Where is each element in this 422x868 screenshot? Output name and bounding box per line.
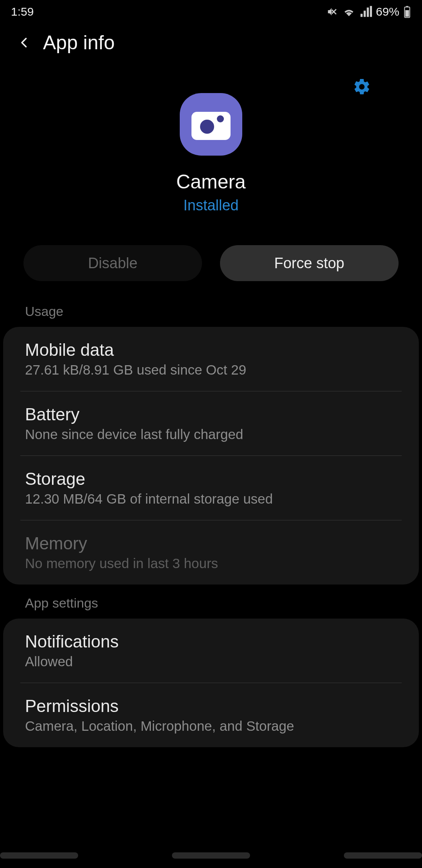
nav-home[interactable]	[172, 852, 250, 859]
chevron-left-icon	[17, 36, 31, 50]
usage-card: Mobile data 27.61 kB/8.91 GB used since …	[3, 327, 419, 585]
action-row: Disable Force stop	[0, 230, 422, 293]
app-settings-card: Notifications Allowed Permissions Camera…	[3, 619, 419, 747]
row-title: Mobile data	[25, 340, 397, 360]
app-hero: Camera Installed	[0, 70, 422, 230]
disable-label: Disable	[88, 255, 138, 272]
nav-back[interactable]	[344, 852, 422, 859]
back-button[interactable]	[16, 34, 33, 51]
signal-icon	[359, 5, 372, 18]
wifi-icon	[342, 5, 356, 18]
force-stop-button[interactable]: Force stop	[220, 245, 399, 281]
battery-icon	[403, 5, 411, 18]
section-label-app-settings: App settings	[0, 585, 422, 619]
force-stop-label: Force stop	[274, 255, 345, 272]
row-sub: 12.30 MB/64 GB of internal storage used	[25, 491, 397, 507]
svg-point-4	[200, 120, 214, 134]
row-permissions[interactable]: Permissions Camera, Location, Microphone…	[3, 683, 419, 747]
nav-recent[interactable]	[0, 852, 78, 859]
row-mobile-data[interactable]: Mobile data 27.61 kB/8.91 GB used since …	[3, 327, 419, 391]
row-sub: Camera, Location, Microphone, and Storag…	[25, 718, 397, 734]
svg-rect-1	[406, 6, 408, 7]
app-name: Camera	[176, 170, 246, 193]
svg-rect-2	[405, 10, 409, 17]
section-label-usage: Usage	[0, 293, 422, 327]
row-title: Notifications	[25, 632, 397, 651]
row-title: Memory	[25, 534, 397, 553]
disable-button[interactable]: Disable	[23, 245, 202, 281]
camera-icon	[191, 109, 231, 140]
nav-bar	[0, 852, 422, 868]
svg-point-5	[217, 115, 224, 122]
mute-icon	[326, 5, 338, 18]
status-time: 1:59	[11, 5, 34, 18]
page-title: App info	[43, 31, 114, 54]
gear-icon	[352, 77, 371, 96]
row-sub: None since device last fully charged	[25, 427, 397, 442]
row-sub: No memory used in last 3 hours	[25, 556, 397, 571]
status-right: 69%	[326, 5, 411, 18]
app-icon	[180, 93, 242, 156]
status-bar: 1:59 69%	[0, 0, 422, 23]
row-notifications[interactable]: Notifications Allowed	[3, 619, 419, 683]
row-sub: 27.61 kB/8.91 GB used since Oct 29	[25, 362, 397, 378]
row-title: Battery	[25, 405, 397, 424]
row-title: Permissions	[25, 696, 397, 716]
battery-percent: 69%	[376, 5, 399, 18]
settings-gear-button[interactable]	[352, 77, 371, 98]
row-sub: Allowed	[25, 654, 397, 669]
header: App info	[0, 23, 422, 70]
row-title: Storage	[25, 469, 397, 489]
row-memory: Memory No memory used in last 3 hours	[3, 520, 419, 585]
row-battery[interactable]: Battery None since device last fully cha…	[3, 391, 419, 456]
row-storage[interactable]: Storage 12.30 MB/64 GB of internal stora…	[3, 456, 419, 520]
app-status: Installed	[183, 197, 239, 214]
